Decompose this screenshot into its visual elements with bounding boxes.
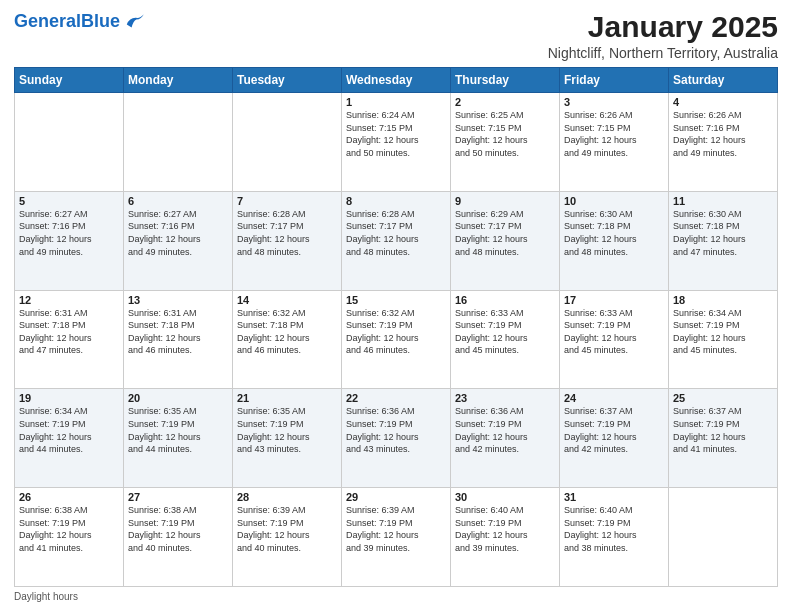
day-info: Sunrise: 6:29 AM Sunset: 7:17 PM Dayligh… xyxy=(455,208,555,258)
day-info: Sunrise: 6:38 AM Sunset: 7:19 PM Dayligh… xyxy=(19,504,119,554)
day-info: Sunrise: 6:30 AM Sunset: 7:18 PM Dayligh… xyxy=(564,208,664,258)
day-info: Sunrise: 6:26 AM Sunset: 7:15 PM Dayligh… xyxy=(564,109,664,159)
calendar-cell: 15Sunrise: 6:32 AM Sunset: 7:19 PM Dayli… xyxy=(342,290,451,389)
calendar-cell: 27Sunrise: 6:38 AM Sunset: 7:19 PM Dayli… xyxy=(124,488,233,587)
day-info: Sunrise: 6:39 AM Sunset: 7:19 PM Dayligh… xyxy=(346,504,446,554)
day-info: Sunrise: 6:24 AM Sunset: 7:15 PM Dayligh… xyxy=(346,109,446,159)
day-info: Sunrise: 6:40 AM Sunset: 7:19 PM Dayligh… xyxy=(455,504,555,554)
calendar-cell: 9Sunrise: 6:29 AM Sunset: 7:17 PM Daylig… xyxy=(451,191,560,290)
calendar-cell: 6Sunrise: 6:27 AM Sunset: 7:16 PM Daylig… xyxy=(124,191,233,290)
day-info: Sunrise: 6:26 AM Sunset: 7:16 PM Dayligh… xyxy=(673,109,773,159)
day-number: 11 xyxy=(673,195,773,207)
calendar-day-header: Sunday xyxy=(15,68,124,93)
day-info: Sunrise: 6:27 AM Sunset: 7:16 PM Dayligh… xyxy=(19,208,119,258)
day-info: Sunrise: 6:37 AM Sunset: 7:19 PM Dayligh… xyxy=(673,405,773,455)
title-block: January 2025 Nightcliff, Northern Territ… xyxy=(548,10,778,61)
calendar-cell: 24Sunrise: 6:37 AM Sunset: 7:19 PM Dayli… xyxy=(560,389,669,488)
day-number: 23 xyxy=(455,392,555,404)
day-number: 4 xyxy=(673,96,773,108)
calendar-cell: 19Sunrise: 6:34 AM Sunset: 7:19 PM Dayli… xyxy=(15,389,124,488)
calendar-week-row: 5Sunrise: 6:27 AM Sunset: 7:16 PM Daylig… xyxy=(15,191,778,290)
calendar-cell: 29Sunrise: 6:39 AM Sunset: 7:19 PM Dayli… xyxy=(342,488,451,587)
day-info: Sunrise: 6:28 AM Sunset: 7:17 PM Dayligh… xyxy=(237,208,337,258)
day-info: Sunrise: 6:38 AM Sunset: 7:19 PM Dayligh… xyxy=(128,504,228,554)
day-number: 30 xyxy=(455,491,555,503)
calendar-day-header: Monday xyxy=(124,68,233,93)
day-number: 19 xyxy=(19,392,119,404)
calendar-cell: 26Sunrise: 6:38 AM Sunset: 7:19 PM Dayli… xyxy=(15,488,124,587)
day-number: 25 xyxy=(673,392,773,404)
calendar-cell xyxy=(15,93,124,192)
calendar-header-row: SundayMondayTuesdayWednesdayThursdayFrid… xyxy=(15,68,778,93)
day-info: Sunrise: 6:40 AM Sunset: 7:19 PM Dayligh… xyxy=(564,504,664,554)
calendar-cell: 4Sunrise: 6:26 AM Sunset: 7:16 PM Daylig… xyxy=(669,93,778,192)
day-number: 3 xyxy=(564,96,664,108)
calendar-day-header: Tuesday xyxy=(233,68,342,93)
day-info: Sunrise: 6:34 AM Sunset: 7:19 PM Dayligh… xyxy=(19,405,119,455)
day-number: 29 xyxy=(346,491,446,503)
day-info: Sunrise: 6:37 AM Sunset: 7:19 PM Dayligh… xyxy=(564,405,664,455)
calendar-cell: 21Sunrise: 6:35 AM Sunset: 7:19 PM Dayli… xyxy=(233,389,342,488)
day-info: Sunrise: 6:35 AM Sunset: 7:19 PM Dayligh… xyxy=(128,405,228,455)
calendar-cell: 30Sunrise: 6:40 AM Sunset: 7:19 PM Dayli… xyxy=(451,488,560,587)
calendar-cell: 5Sunrise: 6:27 AM Sunset: 7:16 PM Daylig… xyxy=(15,191,124,290)
calendar-cell: 7Sunrise: 6:28 AM Sunset: 7:17 PM Daylig… xyxy=(233,191,342,290)
day-number: 1 xyxy=(346,96,446,108)
calendar-cell: 1Sunrise: 6:24 AM Sunset: 7:15 PM Daylig… xyxy=(342,93,451,192)
day-info: Sunrise: 6:27 AM Sunset: 7:16 PM Dayligh… xyxy=(128,208,228,258)
calendar-cell: 28Sunrise: 6:39 AM Sunset: 7:19 PM Dayli… xyxy=(233,488,342,587)
day-info: Sunrise: 6:35 AM Sunset: 7:19 PM Dayligh… xyxy=(237,405,337,455)
sub-title: Nightcliff, Northern Territory, Australi… xyxy=(548,45,778,61)
day-info: Sunrise: 6:33 AM Sunset: 7:19 PM Dayligh… xyxy=(564,307,664,357)
day-info: Sunrise: 6:36 AM Sunset: 7:19 PM Dayligh… xyxy=(455,405,555,455)
day-number: 6 xyxy=(128,195,228,207)
day-info: Sunrise: 6:39 AM Sunset: 7:19 PM Dayligh… xyxy=(237,504,337,554)
calendar-week-row: 1Sunrise: 6:24 AM Sunset: 7:15 PM Daylig… xyxy=(15,93,778,192)
calendar-cell: 12Sunrise: 6:31 AM Sunset: 7:18 PM Dayli… xyxy=(15,290,124,389)
day-number: 28 xyxy=(237,491,337,503)
logo-blue: Blue xyxy=(81,11,120,31)
calendar-cell xyxy=(233,93,342,192)
calendar-cell: 2Sunrise: 6:25 AM Sunset: 7:15 PM Daylig… xyxy=(451,93,560,192)
calendar-cell: 31Sunrise: 6:40 AM Sunset: 7:19 PM Dayli… xyxy=(560,488,669,587)
calendar-week-row: 12Sunrise: 6:31 AM Sunset: 7:18 PM Dayli… xyxy=(15,290,778,389)
day-number: 7 xyxy=(237,195,337,207)
calendar-table: SundayMondayTuesdayWednesdayThursdayFrid… xyxy=(14,67,778,587)
logo-text: GeneralBlue xyxy=(14,12,120,32)
footer-note: Daylight hours xyxy=(14,591,778,602)
day-info: Sunrise: 6:36 AM Sunset: 7:19 PM Dayligh… xyxy=(346,405,446,455)
day-number: 15 xyxy=(346,294,446,306)
logo-bird-icon xyxy=(122,10,146,34)
day-number: 24 xyxy=(564,392,664,404)
day-info: Sunrise: 6:28 AM Sunset: 7:17 PM Dayligh… xyxy=(346,208,446,258)
calendar-day-header: Saturday xyxy=(669,68,778,93)
day-number: 12 xyxy=(19,294,119,306)
day-info: Sunrise: 6:32 AM Sunset: 7:18 PM Dayligh… xyxy=(237,307,337,357)
day-number: 27 xyxy=(128,491,228,503)
calendar-cell: 13Sunrise: 6:31 AM Sunset: 7:18 PM Dayli… xyxy=(124,290,233,389)
day-number: 17 xyxy=(564,294,664,306)
calendar-cell: 14Sunrise: 6:32 AM Sunset: 7:18 PM Dayli… xyxy=(233,290,342,389)
calendar-cell: 22Sunrise: 6:36 AM Sunset: 7:19 PM Dayli… xyxy=(342,389,451,488)
day-number: 16 xyxy=(455,294,555,306)
calendar-cell: 16Sunrise: 6:33 AM Sunset: 7:19 PM Dayli… xyxy=(451,290,560,389)
logo-general: General xyxy=(14,11,81,31)
day-number: 8 xyxy=(346,195,446,207)
day-number: 22 xyxy=(346,392,446,404)
page: GeneralBlue January 2025 Nightcliff, Nor… xyxy=(0,0,792,612)
calendar-cell: 11Sunrise: 6:30 AM Sunset: 7:18 PM Dayli… xyxy=(669,191,778,290)
day-number: 10 xyxy=(564,195,664,207)
day-info: Sunrise: 6:33 AM Sunset: 7:19 PM Dayligh… xyxy=(455,307,555,357)
calendar-cell: 10Sunrise: 6:30 AM Sunset: 7:18 PM Dayli… xyxy=(560,191,669,290)
logo: GeneralBlue xyxy=(14,10,146,34)
calendar-day-header: Wednesday xyxy=(342,68,451,93)
calendar-cell: 18Sunrise: 6:34 AM Sunset: 7:19 PM Dayli… xyxy=(669,290,778,389)
calendar-cell: 3Sunrise: 6:26 AM Sunset: 7:15 PM Daylig… xyxy=(560,93,669,192)
day-number: 14 xyxy=(237,294,337,306)
calendar-cell: 23Sunrise: 6:36 AM Sunset: 7:19 PM Dayli… xyxy=(451,389,560,488)
day-number: 2 xyxy=(455,96,555,108)
day-number: 18 xyxy=(673,294,773,306)
calendar-cell: 20Sunrise: 6:35 AM Sunset: 7:19 PM Dayli… xyxy=(124,389,233,488)
calendar-cell xyxy=(669,488,778,587)
calendar-day-header: Friday xyxy=(560,68,669,93)
